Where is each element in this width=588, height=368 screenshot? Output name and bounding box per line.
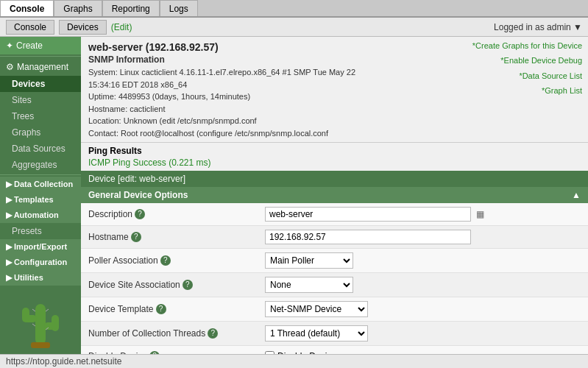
svg-rect-5 xyxy=(31,342,50,348)
collapse-icon[interactable]: ▲ xyxy=(572,190,581,200)
sidebar-create[interactable]: ✦ Create xyxy=(0,37,81,54)
svg-line-8 xyxy=(32,324,35,326)
sidebar-item-configuration[interactable]: ▶ Configuration xyxy=(0,255,81,270)
description-input[interactable] xyxy=(265,207,471,222)
sidebar: ✦ Create ⚙ Management Devices Sites Tree… xyxy=(0,37,81,368)
description-help-icon[interactable]: ? xyxy=(135,209,145,219)
threads-row: Number of Collection Threads ? 1 Thread … xyxy=(81,322,588,346)
sidebar-item-data-sources[interactable]: Data Sources xyxy=(0,141,81,157)
threads-select[interactable]: 1 Thread (default) xyxy=(265,325,368,342)
tab-reporting[interactable]: Reporting xyxy=(102,0,160,16)
create-graphs-link[interactable]: *Create Graphs for this Device xyxy=(472,41,582,50)
poller-row: Poller Association ? Main Poller xyxy=(81,249,588,273)
general-section-header: General Device Options ▲ xyxy=(81,187,588,203)
svg-rect-2 xyxy=(22,308,29,322)
logged-in-label[interactable]: Logged in as admin ▼ xyxy=(494,22,582,32)
sidebar-item-management[interactable]: ⚙ Management xyxy=(0,58,81,76)
enable-debug-link[interactable]: *Enable Device Debug xyxy=(500,56,582,65)
threads-label: Number of Collection Threads xyxy=(88,328,205,339)
create-label: Create xyxy=(16,40,43,51)
svg-rect-0 xyxy=(35,304,46,344)
tab-logs[interactable]: Logs xyxy=(160,0,198,16)
ping-title: Ping Results xyxy=(88,146,581,156)
ping-result: ICMP Ping Success (0.221 ms) xyxy=(88,158,581,168)
sidebar-item-aggregates[interactable]: Aggregates xyxy=(0,157,81,173)
status-bar: https://ntop.guide.net.netsuite xyxy=(0,354,588,368)
hostname-label: Hostname xyxy=(88,232,129,242)
template-select[interactable]: Net-SNMP Device xyxy=(265,301,368,317)
contact-info: Contact: Root root@localhost (configure … xyxy=(88,127,581,140)
description-icon: ▦ xyxy=(476,209,484,219)
template-label: Device Template xyxy=(88,304,154,314)
svg-line-7 xyxy=(46,309,49,311)
sidebar-item-utilities[interactable]: ▶ Utilities xyxy=(0,270,81,286)
graph-list-link[interactable]: *Graph List xyxy=(542,86,582,95)
site-row: Device Site Association ? None xyxy=(81,273,588,297)
hostname-input[interactable] xyxy=(265,230,471,244)
description-label: Description xyxy=(88,209,132,219)
sidebar-item-trees[interactable]: Trees xyxy=(0,108,81,124)
tab-console[interactable]: Console xyxy=(0,0,54,16)
hostname-info: Hostname: cacticlient xyxy=(88,103,581,116)
sidebar-item-templates[interactable]: ▶ Templates xyxy=(0,192,81,208)
svg-rect-4 xyxy=(52,315,59,331)
console-button[interactable]: Console xyxy=(6,20,54,35)
data-source-list-link[interactable]: *Data Source List xyxy=(519,71,582,80)
cactus-logo xyxy=(0,289,81,363)
poller-select[interactable]: Main Poller xyxy=(265,252,353,269)
sidebar-item-presets[interactable]: Presets xyxy=(0,223,81,239)
svg-line-6 xyxy=(32,309,35,311)
location-info: Location: Unknown (edit /etc/snmp/snmpd.… xyxy=(88,115,581,127)
top-right-links: *Create Graphs for this Device *Enable D… xyxy=(472,38,582,99)
management-icon: ⚙ xyxy=(6,62,14,72)
poller-label: Poller Association xyxy=(88,255,158,266)
management-label: Management xyxy=(17,62,68,72)
poller-help-icon[interactable]: ? xyxy=(160,255,171,266)
ping-section: Ping Results ICMP Ping Success (0.221 ms… xyxy=(81,143,588,171)
edit-link[interactable]: (Edit) xyxy=(111,22,132,32)
sidebar-item-import-export[interactable]: ▶ Import/Export xyxy=(0,239,81,255)
status-url: https://ntop.guide.net.netsuite xyxy=(6,356,121,367)
sidebar-item-graphs[interactable]: Graphs xyxy=(0,124,81,141)
sidebar-item-automation[interactable]: ▶ Automation xyxy=(0,208,81,223)
site-help-icon[interactable]: ? xyxy=(183,280,193,290)
create-icon: ✦ xyxy=(6,40,13,51)
site-select[interactable]: None xyxy=(265,277,353,293)
description-row: Description ? ▦ xyxy=(81,203,588,226)
sidebar-item-sites[interactable]: Sites xyxy=(0,92,81,108)
sidebar-item-data-collection[interactable]: ▶ Data Collection xyxy=(0,177,81,192)
hostname-help-icon[interactable]: ? xyxy=(131,232,141,242)
site-label: Device Site Association xyxy=(88,280,180,290)
hostname-row: Hostname ? xyxy=(81,226,588,249)
devices-button[interactable]: Devices xyxy=(59,20,107,35)
sidebar-item-devices[interactable]: Devices xyxy=(0,76,81,92)
tab-graphs[interactable]: Graphs xyxy=(54,0,102,16)
template-row: Device Template ? Net-SNMP Device xyxy=(81,297,588,322)
device-edit-bar: Device [edit: web-server] xyxy=(81,171,588,187)
template-help-icon[interactable]: ? xyxy=(156,304,166,314)
threads-help-icon[interactable]: ? xyxy=(208,328,218,339)
